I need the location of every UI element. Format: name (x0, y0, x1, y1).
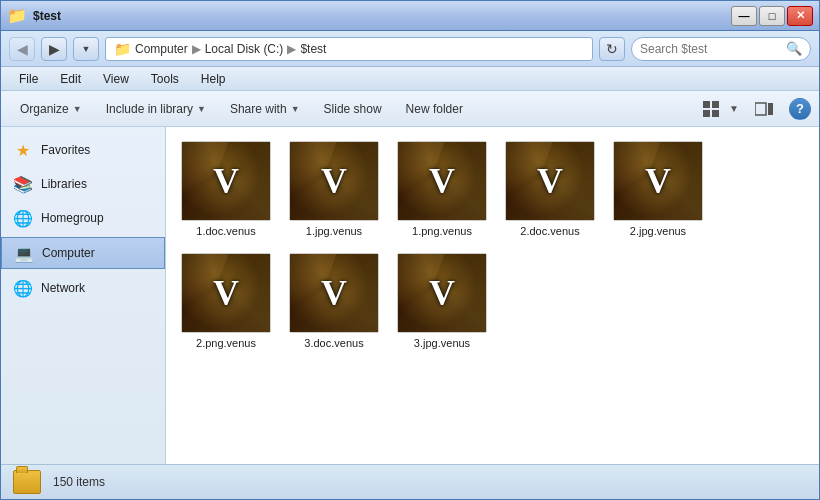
file-name: 1.jpg.venus (306, 225, 362, 237)
back-button[interactable]: ◀ (9, 37, 35, 61)
svg-rect-4 (755, 103, 766, 115)
refresh-button[interactable]: ↻ (599, 37, 625, 61)
list-item[interactable]: V 3.jpg.venus (392, 249, 492, 353)
slide-show-button[interactable]: Slide show (313, 95, 393, 123)
sidebar-item-network[interactable]: 🌐 Network (1, 273, 165, 303)
sidebar-computer-label: Computer (42, 246, 95, 260)
explorer-window: 📁 $test — □ ✕ ◀ ▶ ▼ 📁 Computer ▶ Local D… (0, 0, 820, 500)
sidebar-item-favorites[interactable]: ★ Favorites (1, 135, 165, 165)
computer-icon: 💻 (14, 243, 34, 263)
list-item[interactable]: V 1.png.venus (392, 137, 492, 241)
sidebar-item-computer[interactable]: 💻 Computer (1, 237, 165, 269)
slide-show-label: Slide show (324, 102, 382, 116)
file-thumbnail: V (397, 141, 487, 221)
include-in-library-label: Include in library (106, 102, 193, 116)
sidebar-section-libraries: 📚 Libraries (1, 169, 165, 199)
address-bar: ◀ ▶ ▼ 📁 Computer ▶ Local Disk (C:) ▶ $te… (1, 31, 819, 67)
file-name: 1.doc.venus (196, 225, 255, 237)
path-current: $test (300, 42, 326, 56)
search-box[interactable]: 🔍 (631, 37, 811, 61)
menu-file[interactable]: File (9, 70, 48, 88)
favorites-icon: ★ (13, 140, 33, 160)
list-item[interactable]: V 3.doc.venus (284, 249, 384, 353)
help-button[interactable]: ? (789, 98, 811, 120)
organize-label: Organize (20, 102, 69, 116)
file-name: 2.png.venus (196, 337, 256, 349)
svg-rect-2 (703, 110, 710, 117)
view-tiles-icon (703, 101, 721, 117)
recent-locations-button[interactable]: ▼ (73, 37, 99, 61)
close-button[interactable]: ✕ (787, 6, 813, 26)
address-path[interactable]: 📁 Computer ▶ Local Disk (C:) ▶ $test (105, 37, 593, 61)
sidebar-libraries-label: Libraries (41, 177, 87, 191)
share-with-button[interactable]: Share with ▼ (219, 95, 311, 123)
details-pane-button[interactable] (749, 95, 779, 123)
sidebar-homegroup-label: Homegroup (41, 211, 104, 225)
file-thumbnail: V (505, 141, 595, 221)
file-name: 3.doc.venus (304, 337, 363, 349)
share-chevron: ▼ (291, 104, 300, 114)
file-thumbnail: V (289, 141, 379, 221)
file-thumbnail: V (181, 141, 271, 221)
list-item[interactable]: V 1.doc.venus (176, 137, 276, 241)
svg-rect-0 (703, 101, 710, 108)
search-input[interactable] (640, 42, 782, 56)
path-sep-1: ▶ (192, 42, 201, 56)
forward-button[interactable]: ▶ (41, 37, 67, 61)
main-content: ★ Favorites 📚 Libraries 🌐 (1, 127, 819, 464)
svg-rect-3 (712, 110, 719, 117)
svg-rect-5 (768, 103, 773, 115)
sidebar-item-homegroup[interactable]: 🌐 Homegroup (1, 203, 165, 233)
window-title: $test (33, 9, 61, 23)
menu-bar: File Edit View Tools Help (1, 67, 819, 91)
sidebar-section-computer: 💻 Computer (1, 237, 165, 269)
file-letter: V (429, 272, 455, 314)
window-controls: — □ ✕ (731, 6, 813, 26)
file-letter: V (537, 160, 563, 202)
organize-chevron: ▼ (73, 104, 82, 114)
sidebar-favorites-label: Favorites (41, 143, 90, 157)
sidebar-network-label: Network (41, 281, 85, 295)
details-pane-icon (755, 101, 773, 117)
file-thumbnail: V (289, 253, 379, 333)
file-letter: V (321, 160, 347, 202)
menu-tools[interactable]: Tools (141, 70, 189, 88)
view-chevron[interactable]: ▼ (729, 103, 739, 114)
file-letter: V (321, 272, 347, 314)
sidebar-item-libraries[interactable]: 📚 Libraries (1, 169, 165, 199)
share-with-label: Share with (230, 102, 287, 116)
path-computer: Computer (135, 42, 188, 56)
organize-button[interactable]: Organize ▼ (9, 95, 93, 123)
svg-rect-1 (712, 101, 719, 108)
new-folder-label: New folder (406, 102, 463, 116)
list-item[interactable]: V 1.jpg.venus (284, 137, 384, 241)
network-icon: 🌐 (13, 278, 33, 298)
list-item[interactable]: V 2.doc.venus (500, 137, 600, 241)
path-local-disk: Local Disk (C:) (205, 42, 284, 56)
include-in-library-button[interactable]: Include in library ▼ (95, 95, 217, 123)
title-bar-left: 📁 $test (7, 6, 61, 25)
minimize-button[interactable]: — (731, 6, 757, 26)
folder-icon: 📁 (7, 6, 27, 25)
list-item[interactable]: V 2.jpg.venus (608, 137, 708, 241)
menu-view[interactable]: View (93, 70, 139, 88)
view-icon-button[interactable] (697, 95, 727, 123)
file-letter: V (213, 160, 239, 202)
file-thumbnail: V (613, 141, 703, 221)
library-chevron: ▼ (197, 104, 206, 114)
sidebar-section-network: 🌐 Network (1, 273, 165, 303)
help-icon: ? (796, 101, 804, 116)
libraries-icon: 📚 (13, 174, 33, 194)
sidebar-section-favorites: ★ Favorites (1, 135, 165, 165)
menu-help[interactable]: Help (191, 70, 236, 88)
file-name: 3.jpg.venus (414, 337, 470, 349)
file-name: 2.doc.venus (520, 225, 579, 237)
maximize-button[interactable]: □ (759, 6, 785, 26)
folder-path-icon: 📁 (114, 41, 131, 57)
list-item[interactable]: V 2.png.venus (176, 249, 276, 353)
file-letter: V (213, 272, 239, 314)
new-folder-button[interactable]: New folder (395, 95, 474, 123)
menu-edit[interactable]: Edit (50, 70, 91, 88)
file-name: 2.jpg.venus (630, 225, 686, 237)
title-bar: 📁 $test — □ ✕ (1, 1, 819, 31)
